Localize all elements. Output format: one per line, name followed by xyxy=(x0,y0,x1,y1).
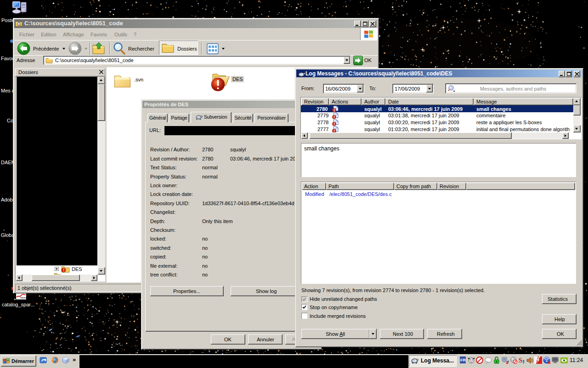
svg-text:Adobe: Adobe xyxy=(20,296,26,299)
svg-text:S: S xyxy=(519,357,522,364)
